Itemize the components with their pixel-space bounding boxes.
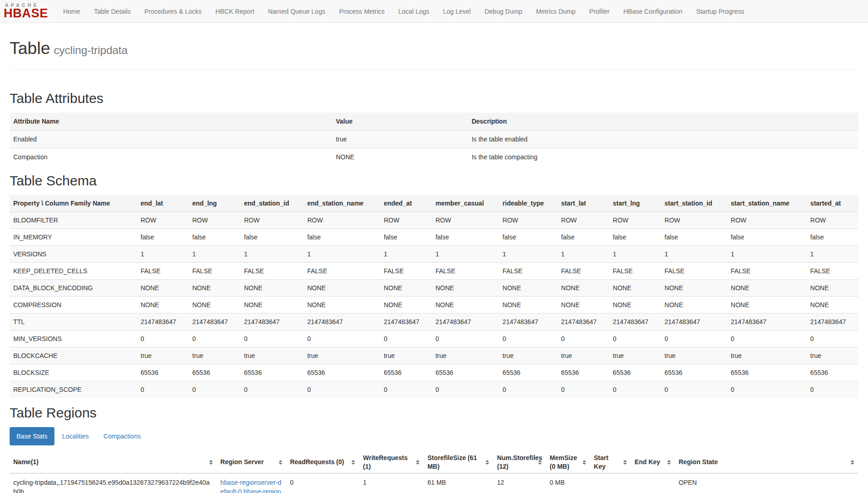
regions-column-region-server[interactable]: Region Server [217, 452, 286, 473]
regions-column-storefilesize-61-mb[interactable]: StorefileSize (61 MB) [424, 452, 493, 473]
schema-value-cell: 0 [499, 330, 557, 347]
schema-property-name: IN_MEMORY [10, 228, 137, 245]
schema-value-cell: 2147483647 [303, 313, 380, 330]
nav-startup-progress[interactable]: Startup Progress [689, 0, 751, 23]
schema-value-cell: true [189, 347, 240, 364]
schema-value-cell: 0 [189, 330, 240, 347]
schema-value-cell: FALSE [240, 262, 303, 279]
schema-value-cell: FALSE [609, 262, 661, 279]
sort-icon [538, 460, 542, 465]
nav-table-details[interactable]: Table Details [87, 0, 137, 23]
nav-hbck-report[interactable]: HBCK Report [209, 0, 261, 23]
schema-value-cell: 65536 [240, 364, 303, 381]
nav-profiler[interactable]: Profiler [582, 0, 616, 23]
schema-value-cell: 0 [380, 381, 432, 398]
regions-tabs: Base StatsLocalitiesCompactions [10, 427, 858, 445]
regions-column-memsize-0-mb[interactable]: MemSize (0 MB) [546, 452, 590, 473]
nav-named-queue-logs[interactable]: Named Queue Logs [261, 0, 332, 23]
schema-value-cell: 2147483647 [807, 313, 858, 330]
schema-family-header: start_station_id [661, 195, 727, 212]
schema-row: VERSIONS 1 11111111111 [10, 245, 858, 262]
attributes-col-description: Description [468, 113, 858, 130]
regions-column-label: Name(1) [13, 458, 38, 466]
schema-value-cell: NONE [432, 279, 499, 296]
schema-value-cell: 2147483647 [661, 313, 727, 330]
schema-value-cell: NONE [432, 296, 499, 313]
tab-localities[interactable]: Localities [55, 427, 96, 445]
nav-metrics-dump[interactable]: Metrics Dump [529, 0, 582, 23]
schema-value-cell: NONE [609, 296, 661, 313]
schema-family-header: member_casual [432, 195, 499, 212]
nav-home[interactable]: Home [56, 0, 87, 23]
schema-value-cell: true [380, 347, 432, 364]
schema-value-cell: 1 [661, 245, 727, 262]
sort-icon [279, 460, 282, 465]
regions-column-label: WriteRequests (1) [363, 454, 408, 470]
nav-hbase-configuration[interactable]: HBase Configuration [616, 0, 689, 23]
regions-column-writerequests-1[interactable]: WriteRequests (1) [359, 452, 424, 473]
schema-value-cell: true [137, 347, 189, 364]
hbase-logo[interactable]: APACHE HBASE [4, 3, 48, 20]
regions-table-head: Name(1) Region Server ReadRequests (0) W… [10, 452, 858, 473]
nav-log-level[interactable]: Log Level [436, 0, 478, 23]
schema-value-cell: 0 [303, 381, 380, 398]
nav-debug-dump[interactable]: Debug Dump [478, 0, 529, 23]
regions-column-readrequests-0[interactable]: ReadRequests (0) [286, 452, 360, 473]
schema-value-cell: 0 [609, 330, 661, 347]
schema-value-cell: 0 [661, 381, 727, 398]
schema-row: DATA_BLOCK_ENCODING NONE NONENONENONENON… [10, 279, 858, 296]
nav-procedures-locks[interactable]: Procedures & Locks [138, 0, 209, 23]
schema-value-cell: 65536 [661, 364, 727, 381]
schema-value-cell: ROW [432, 211, 499, 228]
tab-compactions[interactable]: Compactions [97, 427, 148, 445]
page-content: Tablecycling-tripdata Table Attributes A… [0, 39, 868, 493]
schema-value-cell: false [432, 228, 499, 245]
schema-row: BLOCKCACHE true truetruetruetruetruetrue… [10, 347, 858, 364]
regions-column-end-key[interactable]: End Key [631, 452, 675, 473]
nav-local-logs[interactable]: Local Logs [392, 0, 437, 23]
schema-value-cell: 2147483647 [499, 313, 557, 330]
schema-value-cell: FALSE [807, 262, 858, 279]
attributes-table-body: Enabled true Is the table enabled Compac… [10, 130, 858, 166]
schema-value-cell: 65536 [499, 364, 557, 381]
nav-process-metrics[interactable]: Process Metrics [332, 0, 392, 23]
sort-icon [851, 460, 854, 465]
schema-value-cell: ROW [137, 211, 189, 228]
regions-tab-item: Localities [55, 427, 96, 445]
schema-value-cell: NONE [557, 296, 609, 313]
regions-column-name-1[interactable]: Name(1) [10, 452, 217, 473]
attribute-value-cell: true [332, 130, 468, 148]
region-storefile-size-cell: 61 MB [424, 473, 493, 493]
schema-property-name: KEEP_DELETED_CELLS [10, 262, 137, 279]
schema-value-cell: 2147483647 [240, 313, 303, 330]
schema-value-cell: 0 [557, 381, 609, 398]
regions-tab-item: Compactions [97, 427, 148, 445]
navbar-item: Procedures & Locks [138, 0, 209, 23]
navbar-item: HBCK Report [209, 0, 261, 23]
schema-row: REPLICATION_SCOPE 0 00000000000 [10, 381, 858, 398]
schema-value-cell: FALSE [303, 262, 380, 279]
tab-base-stats[interactable]: Base Stats [10, 427, 54, 445]
schema-value-cell: 2147483647 [432, 313, 499, 330]
schema-value-cell: 0 [499, 381, 557, 398]
schema-value-cell: ROW [727, 211, 807, 228]
schema-value-cell: 65536 [557, 364, 609, 381]
schema-property-name: DATA_BLOCK_ENCODING [10, 279, 137, 296]
schema-value-cell: false [557, 228, 609, 245]
attribute-value-cell: NONE [332, 148, 468, 166]
schema-value-cell: 1 [432, 245, 499, 262]
attribute-name-cell: Enabled [10, 130, 332, 148]
regions-column-start-key[interactable]: Start Key [590, 452, 631, 473]
regions-column-region-state[interactable]: Region State [675, 452, 858, 473]
schema-property-name: VERSIONS [10, 245, 137, 262]
region-server-link[interactable]: hbase-regionserver-default-0.hbase-regio… [221, 479, 282, 493]
schema-value-cell: 1 [499, 245, 557, 262]
schema-family-header: end_station_id [240, 195, 303, 212]
schema-value-cell: 0 [557, 330, 609, 347]
schema-row: BLOOMFILTER ROW ROWROWROWROWROWROWROWROW… [10, 211, 858, 228]
attributes-header-row: Attribute Name Value Description [10, 113, 858, 130]
regions-column-num-storefiles-12[interactable]: Num.Storefiles (12) [493, 452, 546, 473]
schema-value-cell: NONE [303, 296, 380, 313]
regions-header-row: Name(1) Region Server ReadRequests (0) W… [10, 452, 858, 473]
schema-value-cell: 65536 [727, 364, 807, 381]
